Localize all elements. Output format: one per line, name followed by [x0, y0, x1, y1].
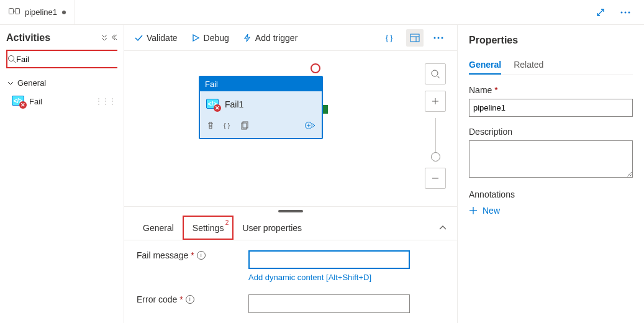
fail-message-label: Fail message * i	[137, 250, 248, 260]
category-label: General	[17, 78, 46, 88]
svg-line-22	[437, 76, 440, 78]
chevron-down-icon	[7, 80, 14, 86]
svg-point-14	[442, 37, 443, 39]
toolbar-more-icon[interactable]	[430, 29, 447, 47]
svg-point-12	[434, 37, 436, 39]
sidebar-title: Activities	[6, 32, 117, 43]
validate-label: Validate	[147, 33, 178, 43]
svg-text:{ }: { }	[224, 122, 230, 129]
info-icon[interactable]: i	[197, 251, 206, 260]
add-annotation-label: New	[483, 206, 500, 216]
debug-label: Debug	[204, 33, 229, 43]
success-port[interactable]	[323, 105, 328, 114]
activity-fail-label: Fail	[29, 97, 42, 106]
panel-resize-handle[interactable]	[124, 207, 457, 216]
activity-details-panel: General Settings 2 User properties Fail …	[124, 206, 457, 323]
delete-icon[interactable]	[206, 121, 215, 132]
add-output-icon[interactable]	[304, 121, 315, 132]
validate-button[interactable]: Validate	[134, 33, 178, 43]
canvas-toolbar: Validate Debug Add trigger { }	[124, 25, 457, 51]
sidebar-title-text: Activities	[6, 32, 50, 43]
search-icon	[7, 55, 16, 63]
description-label: Description	[469, 127, 633, 137]
code-icon[interactable]: { }	[224, 121, 232, 132]
pipeline-tab-icon	[9, 7, 20, 17]
node-fail-icon: </>✕	[206, 99, 220, 110]
fail-activity-node[interactable]: Fail </>✕ Fail1 { }	[199, 76, 323, 139]
tab-settings-badge: 2	[225, 219, 229, 226]
code-view-icon[interactable]: { }	[383, 29, 400, 47]
properties-toggle-icon[interactable]	[406, 29, 424, 47]
annotation-circle	[311, 63, 320, 73]
tab-settings-label: Settings	[193, 223, 224, 233]
canvas-controls	[425, 63, 446, 189]
svg-rect-1	[16, 9, 20, 14]
svg-point-4	[625, 11, 627, 13]
svg-rect-9	[410, 34, 419, 42]
pipeline-tab-title: pipeline1	[25, 7, 57, 17]
pipeline-description-input[interactable]	[469, 140, 633, 178]
activity-search-input[interactable]	[16, 51, 120, 67]
fit-to-screen-icon[interactable]	[425, 63, 446, 84]
pipeline-canvas[interactable]: Fail </>✕ Fail1 { }	[124, 51, 457, 206]
more-icon[interactable]	[617, 4, 634, 21]
tab-general[interactable]: General	[134, 216, 183, 240]
svg-point-5	[628, 11, 630, 13]
fail-activity-icon: </>✕	[12, 96, 25, 107]
svg-point-3	[621, 11, 623, 13]
properties-panel: Properties General Related Name * Descri…	[458, 25, 644, 323]
activity-fail[interactable]: </>✕ Fail ⋮⋮⋮	[6, 91, 117, 111]
category-general[interactable]: General	[6, 75, 117, 91]
properties-title: Properties	[469, 35, 633, 46]
svg-point-21	[432, 70, 438, 76]
svg-point-13	[438, 37, 440, 39]
fail-message-input[interactable]	[248, 250, 410, 269]
activity-search[interactable]	[6, 50, 117, 68]
svg-rect-0	[9, 9, 14, 14]
annotations-label: Annotations	[469, 189, 633, 199]
svg-text:{ }: { }	[386, 34, 392, 42]
tab-settings[interactable]: Settings 2	[183, 216, 234, 240]
collapse-all-icon[interactable]	[100, 32, 109, 43]
activities-sidebar: Activities General </>✕ Fail ⋮⋮⋮	[0, 25, 124, 323]
zoom-slider-thumb[interactable]	[431, 152, 440, 162]
unsaved-dot-icon	[62, 11, 66, 14]
expand-icon[interactable]	[592, 4, 609, 21]
pipeline-tab[interactable]: pipeline1	[0, 0, 75, 24]
add-trigger-button[interactable]: Add trigger	[243, 33, 297, 43]
tab-user-properties[interactable]: User properties	[234, 216, 311, 240]
properties-tab-related[interactable]: Related	[514, 56, 543, 75]
hide-sidebar-icon[interactable]	[110, 32, 117, 43]
clone-icon[interactable]	[241, 121, 250, 132]
debug-button[interactable]: Debug	[191, 33, 229, 43]
properties-tab-general[interactable]: General	[469, 56, 501, 75]
add-dynamic-content-link[interactable]: Add dynamic content [Alt+Shift+D]	[248, 273, 410, 282]
add-trigger-label: Add trigger	[255, 33, 297, 43]
drag-handle-icon: ⋮⋮⋮	[95, 97, 116, 106]
svg-line-7	[14, 61, 16, 63]
zoom-slider[interactable]	[435, 118, 436, 162]
error-code-input[interactable]	[248, 294, 410, 313]
collapse-panel-icon[interactable]	[438, 223, 447, 232]
node-type-label: Fail	[200, 77, 322, 91]
info-icon[interactable]: i	[186, 295, 194, 304]
name-label: Name *	[469, 85, 633, 95]
pipeline-name-input[interactable]	[469, 99, 633, 117]
tab-bar: pipeline1	[0, 0, 644, 25]
zoom-in-button[interactable]	[425, 91, 446, 112]
add-annotation-button[interactable]: New	[469, 203, 633, 218]
zoom-out-button[interactable]	[425, 168, 446, 189]
error-code-label: Error code * i	[137, 294, 248, 304]
node-name: Fail1	[225, 99, 243, 109]
pipeline-canvas-panel: Validate Debug Add trigger { }	[124, 25, 458, 323]
svg-point-6	[9, 56, 14, 61]
